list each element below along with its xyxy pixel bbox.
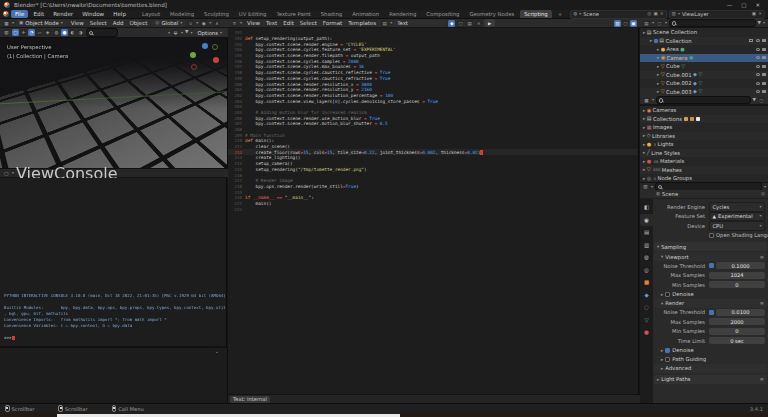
expand-icon[interactable]: ▸	[661, 348, 663, 353]
hide-eye-icon[interactable]	[756, 82, 760, 85]
path-guiding-checkbox[interactable]	[665, 357, 670, 362]
hide-eye-icon[interactable]	[756, 39, 760, 42]
python-console[interactable]: PYTHON INTERACTIVE CONSOLE 3.10.8 (main,…	[0, 178, 227, 346]
menu-file[interactable]: File	[11, 10, 28, 18]
scene-selector[interactable]: ◍▾ Scene ◎ ▣ ×	[570, 10, 666, 19]
expand-icon[interactable]: ▸	[661, 292, 663, 297]
expand-icon[interactable]: ▸	[643, 167, 645, 172]
expand-icon[interactable]: ▸	[657, 377, 659, 382]
feature-set-dropdown[interactable]: ▲Experimental▾	[709, 212, 765, 222]
subpanel-render[interactable]: ▾Render≡	[654, 299, 767, 308]
expand-icon[interactable]: ▸	[657, 55, 659, 60]
time-limit-value[interactable]: 0 sec	[709, 337, 765, 344]
hide-eye-icon[interactable]	[756, 90, 760, 93]
gizmo-y-axis[interactable]	[190, 52, 196, 58]
disable-render-icon[interactable]	[762, 48, 766, 51]
properties-tab-tool[interactable]: ◧	[640, 201, 653, 214]
outliner-row-cube-001[interactable]: ▸▽Cube.001◆▽	[640, 71, 768, 80]
data-outliner-search-input[interactable]	[656, 96, 751, 105]
noise-threshold-value[interactable]: 0.0100	[716, 309, 765, 316]
collection-checkbox[interactable]	[654, 39, 658, 43]
properties-tab-object[interactable]: ■	[640, 276, 653, 289]
gizmo-rotate-icon[interactable]: ◔	[28, 29, 35, 36]
syntax-highlight-toggle[interactable]: ▣	[630, 20, 637, 27]
menu-edit[interactable]: Edit	[29, 10, 48, 18]
remove-view-layer-icon[interactable]: ×	[758, 12, 762, 17]
expand-icon[interactable]: ▸	[661, 357, 663, 362]
viewport-menu-select[interactable]: Select	[87, 20, 110, 26]
gizmo-y-neg-axis[interactable]	[212, 44, 218, 50]
close-button[interactable]: ✕	[755, 2, 760, 8]
tab-rendering[interactable]: Rendering	[385, 10, 420, 18]
code-editor[interactable]: 191192def setup_rendering(output_path):1…	[228, 28, 639, 394]
filter-icon[interactable]: ▼	[753, 98, 756, 103]
hide-eye-icon[interactable]	[756, 73, 760, 76]
disable-render-icon[interactable]	[762, 90, 766, 93]
menu-help[interactable]: Help	[109, 10, 130, 18]
exclude-viewport-icon[interactable]	[749, 39, 753, 42]
gizmo-x-axis[interactable]	[213, 57, 219, 63]
outliner-row-camera[interactable]: ▸◉Camera◉	[640, 54, 768, 63]
add-workspace-button[interactable]: +	[554, 10, 566, 18]
properties-tab-scene[interactable]: ◍	[640, 251, 653, 264]
pin-icon[interactable]: ◎	[647, 12, 651, 17]
noise-threshold-checkbox[interactable]	[709, 310, 714, 315]
options-dropdown[interactable]: Options▾	[195, 29, 225, 36]
properties-tab-world[interactable]: ◎	[640, 264, 653, 277]
data-row-materials[interactable]: ▸●46Materials	[640, 157, 768, 166]
tab-shading[interactable]: Shading	[317, 10, 347, 18]
tool-icon[interactable]: ▧	[3, 29, 10, 36]
subpanel-path-guiding[interactable]: ▸Path Guiding	[654, 355, 767, 364]
menu-render[interactable]: Render	[49, 10, 77, 18]
noise-threshold-value[interactable]: 0.1000	[716, 262, 765, 269]
open-text-icon[interactable]: ▤	[466, 20, 473, 27]
max-samples-value[interactable]: 1024	[709, 272, 765, 279]
expand-icon[interactable]: ▸	[643, 125, 645, 130]
disable-render-icon[interactable]	[762, 65, 766, 68]
properties-tab-modifiers[interactable]: ◆	[640, 289, 653, 302]
data-row-lights[interactable]: ▸●3Lights	[640, 140, 768, 149]
editor-type-dropdown[interactable]: ▢	[3, 170, 10, 177]
viewport-menu-add[interactable]: Add	[110, 20, 127, 26]
expand-icon[interactable]: ▸	[650, 38, 652, 43]
properties-tab-object-data[interactable]: ▽	[640, 314, 653, 327]
disable-render-icon[interactable]	[762, 73, 766, 76]
tab-layout[interactable]: Layout	[138, 10, 164, 18]
gizmo-scale-icon[interactable]: ▱	[36, 29, 43, 36]
tab-uv-editing[interactable]: UV Editing	[235, 10, 271, 18]
display-mode-dropdown[interactable]: ▦	[643, 97, 650, 104]
wireframe-shading-icon[interactable]: ◍	[53, 29, 60, 36]
outliner-row-scene-collection[interactable]: ▸▤Scene Collection	[640, 28, 768, 37]
text-menu-text[interactable]: Text	[263, 20, 280, 26]
text-menu-select[interactable]: Select	[297, 20, 320, 26]
data-row-collections[interactable]: ▸▤Collections	[640, 115, 768, 124]
data-row-images[interactable]: ▸▦Images	[640, 123, 768, 132]
panel-light-paths[interactable]: ▸Light Paths≡	[654, 375, 767, 384]
proportional-falloff-icon[interactable]: ∧	[213, 20, 220, 27]
data-row-meshes[interactable]: ▸▽450Meshes	[640, 166, 768, 175]
blender-menu-icon[interactable]	[3, 11, 9, 17]
new-scene-icon[interactable]: ▣	[653, 12, 657, 17]
text-datablock-dropdown[interactable]: ▤	[381, 20, 388, 27]
outliner-row-cube-003[interactable]: ▸▽Cube.003◆▽	[640, 88, 768, 97]
expand-icon[interactable]: ▾	[661, 254, 663, 259]
fake-user-icon[interactable]: ◆	[448, 20, 455, 27]
subpanel-denoise[interactable]: ▸Denoise	[654, 346, 767, 355]
view-layer-selector[interactable]: ▥▾ ViewLayer ▣ ×	[669, 10, 765, 19]
expand-icon[interactable]: ▸	[643, 108, 645, 113]
filter-options-icon[interactable]: ▢	[758, 97, 765, 104]
properties-tab-physics[interactable]: ◌	[640, 301, 653, 314]
solid-shading-icon[interactable]: ●	[61, 29, 68, 36]
text-menu-format[interactable]: Format	[320, 20, 345, 26]
viewport-menu-view[interactable]: View	[68, 20, 87, 26]
render-engine-dropdown[interactable]: Cycles▾	[709, 202, 765, 212]
maximize-button[interactable]: ▢	[741, 2, 746, 8]
hide-eye-icon[interactable]	[756, 56, 760, 59]
max-samples-value[interactable]: 2000	[709, 318, 765, 325]
tab-geometry-nodes[interactable]: Geometry Nodes	[465, 10, 518, 18]
tab-animation[interactable]: Animation	[348, 10, 383, 18]
overlays-icon[interactable]: ◒	[172, 29, 179, 36]
denoise-checkbox[interactable]	[665, 348, 670, 353]
unlink-scene-icon[interactable]: ×	[660, 12, 664, 17]
properties-tab-material[interactable]: ●	[640, 326, 653, 339]
